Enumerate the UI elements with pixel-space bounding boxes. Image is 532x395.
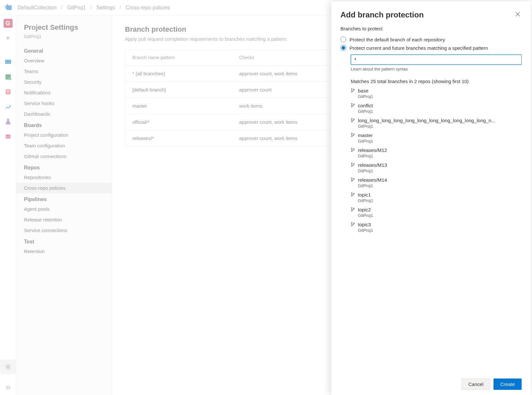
branch-match-item[interactable]: base GitProj1 (351, 88, 522, 99)
svg-point-27 (353, 178, 354, 179)
branch-name: topic2 (358, 207, 371, 212)
svg-point-16 (351, 133, 352, 134)
branch-icon (351, 222, 355, 227)
branch-repo: GitProj1 (358, 213, 522, 218)
branch-repo: GitProj1 (358, 124, 522, 129)
branch-name: long_long_long_long_long_long_long_long_… (358, 118, 495, 123)
svg-point-30 (353, 193, 354, 194)
branch-repo: GitProj1 (358, 228, 522, 233)
branch-icon (351, 133, 355, 138)
branch-name: conflict (358, 103, 373, 108)
svg-point-10 (351, 103, 352, 104)
svg-point-29 (351, 195, 352, 196)
branch-name: releases/M14 (358, 177, 387, 183)
svg-point-17 (351, 136, 352, 137)
branch-icon (351, 207, 355, 212)
branch-icon (351, 177, 355, 183)
svg-point-34 (351, 222, 352, 223)
branch-repo: GitProj1 (358, 183, 522, 188)
close-icon[interactable] (514, 10, 522, 18)
svg-point-31 (351, 207, 352, 208)
branch-repo: GitProj1 (358, 198, 522, 203)
branch-repo: GitProj1 (358, 109, 522, 114)
radio-protect-default[interactable]: Protect the default branch of each repos… (340, 35, 522, 44)
svg-point-33 (353, 208, 354, 209)
branch-icon (351, 88, 355, 93)
matching-branches-list: base GitProj1 conflict GitProj1 long_lon… (351, 88, 522, 233)
svg-point-22 (351, 163, 352, 164)
branch-match-item[interactable]: master GitProj1 (351, 133, 522, 144)
branch-name: releases/M12 (358, 147, 387, 153)
svg-point-7 (351, 88, 352, 89)
svg-point-14 (351, 121, 352, 122)
branch-name: releases/M13 (358, 162, 387, 168)
branch-match-item[interactable]: releases/M13 GitProj1 (351, 162, 522, 173)
svg-point-23 (351, 165, 352, 166)
branch-repo: GitProj1 (358, 94, 522, 99)
branch-name: topic1 (358, 192, 371, 198)
svg-point-9 (353, 89, 354, 90)
radio-protect-pattern-input[interactable] (340, 45, 346, 51)
create-button[interactable]: Create (493, 379, 522, 390)
svg-point-32 (351, 210, 352, 211)
branch-match-item[interactable]: topic2 GitProj1 (351, 207, 522, 218)
svg-point-19 (351, 148, 352, 149)
svg-point-18 (353, 133, 354, 134)
panel-title: Add branch protection (340, 10, 424, 19)
branch-icon (351, 148, 355, 153)
branch-icon (351, 163, 355, 168)
branch-match-item[interactable]: releases/M14 GitProj1 (351, 177, 522, 188)
cancel-button[interactable]: Cancel (461, 379, 490, 390)
branch-repo: GitProj1 (358, 168, 522, 173)
branch-match-item[interactable]: topic1 GitProj1 (351, 192, 522, 203)
branch-name: base (358, 88, 369, 93)
radio-protect-default-input[interactable] (340, 37, 346, 42)
branch-icon (351, 118, 355, 123)
svg-point-15 (353, 119, 354, 120)
svg-point-24 (353, 163, 354, 164)
branch-match-item[interactable]: long_long_long_long_long_long_long_long_… (351, 118, 522, 129)
branch-repo: GitProj1 (358, 154, 522, 158)
svg-point-25 (351, 177, 352, 178)
branch-name: topic3 (358, 222, 371, 227)
svg-point-26 (351, 180, 352, 181)
svg-point-13 (351, 118, 352, 119)
svg-point-12 (353, 104, 354, 105)
svg-point-21 (353, 148, 354, 149)
pattern-input[interactable] (351, 55, 522, 65)
add-branch-protection-panel: Add branch protection Branches to protec… (331, 1, 531, 395)
branch-icon (351, 103, 355, 108)
svg-point-8 (351, 91, 352, 92)
branch-repo: GitProj1 (358, 139, 522, 144)
svg-point-11 (351, 106, 352, 107)
radio-protect-pattern[interactable]: Protect current and future branches matc… (340, 44, 522, 52)
svg-point-36 (353, 223, 354, 224)
svg-point-20 (351, 151, 352, 152)
branch-match-item[interactable]: releases/M12 GitProj1 (351, 147, 522, 158)
branches-to-protect-label: Branches to protect (340, 26, 522, 31)
pattern-syntax-link[interactable]: Learn about the pattern syntax (351, 67, 522, 71)
svg-point-28 (351, 192, 352, 193)
matches-summary: Matches 25 total branches in 2 repos (sh… (351, 79, 522, 84)
branch-match-item[interactable]: topic3 GitProj1 (351, 222, 522, 233)
branch-icon (351, 192, 355, 198)
branch-name: master (358, 133, 373, 138)
svg-point-35 (351, 225, 352, 226)
branch-match-item[interactable]: conflict GitProj1 (351, 103, 522, 114)
